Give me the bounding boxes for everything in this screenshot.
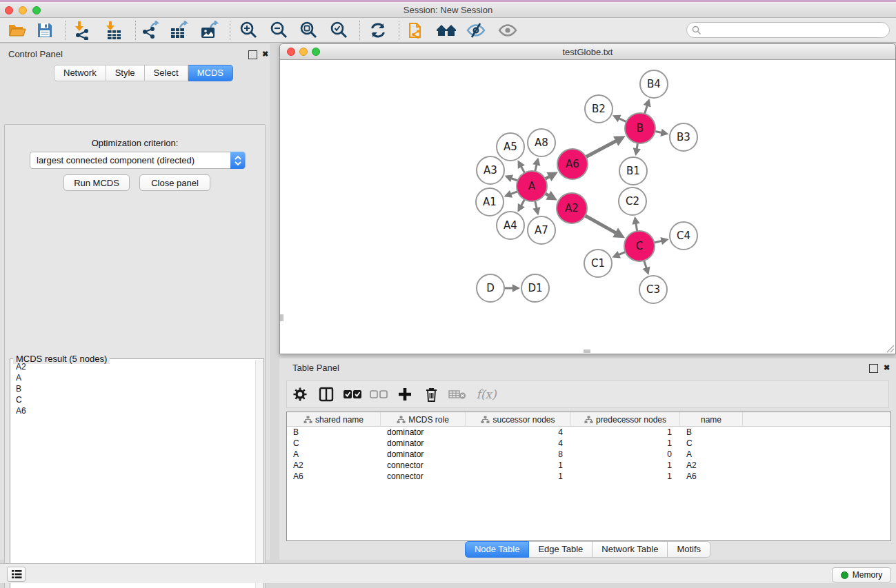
new-network-from-file-icon[interactable] — [405, 20, 428, 41]
table-row[interactable]: A6connector11A6 — [287, 471, 890, 482]
table-cell[interactable]: 1 — [571, 460, 680, 471]
table-cell[interactable]: 1 — [466, 460, 571, 471]
table-cell[interactable]: C — [680, 438, 743, 449]
table-cell[interactable]: A2 — [680, 460, 743, 471]
deselect-all-columns-icon[interactable] — [366, 389, 392, 399]
close-panel-button[interactable]: Close panel — [139, 174, 210, 191]
table-cell[interactable]: A — [680, 449, 743, 460]
graph-node-label: A4 — [504, 219, 517, 232]
tab-edge-table[interactable]: Edge Table — [529, 541, 593, 558]
zoom-out-icon[interactable] — [268, 20, 291, 41]
network-canvas[interactable]: B4B2BB3A8A5A6B1A3AA1C2A2A4A7C4CC1C3DD1 — [280, 61, 895, 354]
save-session-icon[interactable] — [33, 20, 57, 41]
network-window-titlebar[interactable]: testGlobe.txt — [280, 44, 895, 60]
settings-gear-icon[interactable] — [287, 387, 313, 402]
table-cell[interactable]: A6 — [680, 471, 743, 482]
table-cell[interactable]: dominator — [381, 449, 466, 460]
table-cell[interactable]: A — [287, 449, 381, 460]
resize-grip-icon[interactable] — [885, 343, 895, 353]
table-cell[interactable]: dominator — [381, 438, 466, 449]
zoom-in-icon[interactable] — [237, 20, 261, 41]
table-cell[interactable]: A2 — [287, 460, 381, 471]
table-cell[interactable]: connector — [381, 460, 466, 471]
task-history-button[interactable] — [7, 567, 26, 582]
table-tabs: Node Table Edge Table Network Table Moti… — [279, 541, 896, 558]
column-header-predecessor-nodes[interactable]: predecessor nodes — [571, 412, 680, 427]
table-cell[interactable]: 1 — [571, 427, 680, 438]
tab-motifs[interactable]: Motifs — [668, 541, 710, 558]
table-cell[interactable]: B — [287, 427, 381, 438]
mcds-result-item[interactable]: C — [11, 394, 256, 405]
table-cell[interactable]: A6 — [287, 471, 381, 482]
mcds-result-item[interactable]: B — [11, 383, 256, 394]
table-cell[interactable]: 1 — [571, 471, 680, 482]
export-network-icon[interactable] — [139, 20, 163, 41]
control-panel-tabs: Network Style Select MCDS — [54, 65, 233, 81]
table-row[interactable]: Bdominator41B — [287, 427, 890, 438]
tab-node-table[interactable]: Node Table — [465, 541, 530, 558]
export-table-icon[interactable] — [168, 20, 191, 41]
mcds-result-item[interactable]: A6 — [11, 405, 256, 416]
zoom-fit-icon[interactable] — [297, 20, 321, 41]
column-view-icon[interactable] — [313, 387, 339, 402]
column-header-successor-nodes[interactable]: successor nodes — [466, 412, 571, 427]
table-cell[interactable]: connector — [381, 471, 466, 482]
home-icon[interactable] — [435, 20, 458, 41]
column-header-MCDS-role[interactable]: MCDS role — [381, 412, 466, 427]
tab-network[interactable]: Network — [54, 65, 106, 81]
table-cell[interactable]: 1 — [466, 471, 571, 482]
table-cell[interactable]: 4 — [466, 427, 571, 438]
search-input[interactable] — [701, 26, 874, 35]
import-table-icon[interactable] — [102, 20, 126, 41]
graph-node-label: A3 — [484, 164, 497, 176]
apply-layout-icon[interactable] — [366, 20, 390, 41]
add-column-icon[interactable] — [392, 387, 418, 401]
open-session-icon[interactable] — [6, 20, 29, 41]
import-network-icon[interactable] — [71, 20, 94, 41]
tab-mcds[interactable]: MCDS — [188, 65, 233, 81]
select-all-columns-icon[interactable] — [339, 389, 366, 399]
tab-select[interactable]: Select — [145, 65, 188, 81]
node-table[interactable]: shared nameMCDS rolesuccessor nodesprede… — [286, 412, 891, 541]
table-cell[interactable]: 8 — [466, 449, 571, 460]
search-field[interactable] — [686, 22, 890, 38]
table-row[interactable]: A2connector11A2 — [287, 460, 890, 471]
mcds-result-item[interactable]: A — [11, 372, 256, 383]
table-cell[interactable]: 0 — [571, 449, 680, 460]
apply-function-icon: f(x) — [470, 387, 502, 401]
float-table-panel-button[interactable] — [869, 364, 878, 373]
hide-selected-eye-icon[interactable] — [464, 20, 488, 41]
delete-column-trash-icon[interactable] — [418, 387, 444, 402]
optimization-criterion-dropdown[interactable]: largest connected component (directed) — [30, 152, 246, 169]
tab-network-table[interactable]: Network Table — [593, 541, 668, 558]
close-panel-icon[interactable]: ✖ — [261, 50, 270, 59]
table-cell[interactable]: dominator — [381, 427, 466, 438]
mcds-result-scrollbar[interactable] — [255, 360, 263, 588]
memory-button[interactable]: Memory — [832, 567, 891, 582]
column-header-name[interactable]: name — [680, 412, 743, 427]
column-type-icon — [481, 416, 490, 424]
float-panel-button[interactable] — [248, 50, 257, 59]
tab-style[interactable]: Style — [106, 65, 145, 81]
table-row[interactable]: Adominator80A — [287, 449, 890, 460]
export-image-icon[interactable] — [198, 20, 221, 41]
canvas-scroll-mark — [584, 349, 590, 353]
graph-node-label: C — [636, 240, 643, 252]
table-cell[interactable]: C — [287, 438, 381, 449]
table-cell[interactable]: 1 — [571, 438, 680, 449]
table-body[interactable]: Bdominator41BCdominator41CAdominator80AA… — [287, 427, 890, 482]
table-cell[interactable]: 4 — [466, 438, 571, 449]
zoom-selected-icon[interactable] — [328, 20, 351, 41]
mcds-result-item[interactable]: A2 — [11, 361, 256, 372]
graph-edge-arrowhead — [642, 267, 650, 275]
table-cell[interactable]: B — [680, 427, 743, 438]
mcds-result-list[interactable]: A2ABCA6 — [11, 361, 256, 588]
table-header-row[interactable]: shared nameMCDS rolesuccessor nodesprede… — [287, 412, 890, 427]
table-row[interactable]: Cdominator41C — [287, 438, 890, 449]
network-graph[interactable]: B4B2BB3A8A5A6B1A3AA1C2A2A4A7C4CC1C3DD1 — [280, 61, 895, 354]
column-header-shared-name[interactable]: shared name — [287, 412, 381, 427]
run-mcds-button[interactable]: Run MCDS — [63, 174, 130, 191]
close-table-panel-icon[interactable]: ✖ — [882, 363, 891, 372]
graph-node-label: A7 — [535, 224, 548, 236]
show-all-eye-icon[interactable] — [496, 20, 519, 41]
